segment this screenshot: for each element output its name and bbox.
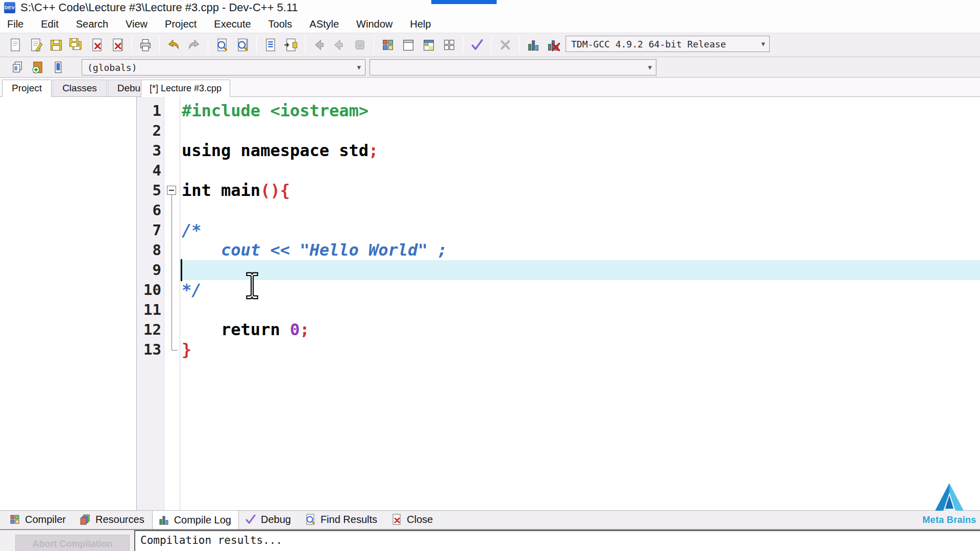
line-number: 10 [137,280,164,300]
redo-button[interactable] [184,35,204,55]
code-line-4[interactable]: 4 [137,161,980,181]
new-file-button[interactable] [5,35,26,55]
menu-window[interactable]: Window [356,17,401,31]
toolbar-separator [491,36,492,54]
goto-bookmark-button[interactable] [48,57,68,78]
toolbar-separator [305,36,305,54]
code-token: using namespace std [182,141,369,160]
fold-margin [164,220,180,240]
fold-margin [164,300,180,320]
abort-button[interactable] [495,35,516,55]
print-button[interactable] [135,35,156,55]
menu-help[interactable]: Help [410,17,439,31]
bottom-tab-compile-log[interactable]: Compile Log [152,510,239,530]
forward-icon [332,38,347,52]
code-line-8[interactable]: 8 cout << "Hello World" ; [137,240,980,260]
line-number: 4 [137,161,164,181]
code-line-2[interactable]: 2 [137,121,980,141]
menu-view[interactable]: View [126,17,156,31]
undo-button[interactable] [163,35,184,55]
main-toolbar [0,33,980,57]
code-line-3[interactable]: 3using namespace std; [137,141,980,161]
code-line-10[interactable]: 10*/ [137,280,980,300]
chevron-down-icon: ▾ [357,63,361,72]
code-token: } [182,340,191,359]
code-line-5[interactable]: 5int main(){ [137,181,980,201]
menu-search[interactable]: Search [76,17,116,31]
code-editor[interactable]: 1#include <iostream>23using namespace st… [137,96,980,510]
code-line-13[interactable]: 13} [137,340,980,360]
code-text: int main(){ [180,181,980,201]
delete-profiling-icon [547,38,561,52]
rebuild-button[interactable] [439,35,459,55]
delete-profiling-button[interactable] [544,35,564,55]
abort-compilation-button[interactable]: Abort Compilation [15,535,130,551]
line-number: 1 [137,101,164,121]
goto-line-button[interactable] [260,35,281,55]
nav-stop-button[interactable] [350,35,370,55]
code-line-7[interactable]: 7/* [137,220,980,240]
syntax-check-icon [244,513,257,525]
line-number: 8 [137,240,164,260]
run-button[interactable] [398,35,419,55]
fold-margin [164,201,180,220]
menu-astyle[interactable]: AStyle [309,17,347,31]
tab-lecture3-cpp[interactable]: [*] Lecture #3.cpp [141,80,230,97]
fold-toggle-icon[interactable] [167,186,176,195]
bottom-tab-compiler[interactable]: Compiler [3,510,74,529]
save-icon [49,38,63,52]
compile-log-output: Compilation results... [134,530,980,551]
add-bookmark-button[interactable] [28,57,48,78]
watermark: Meta Brains [919,482,980,533]
add-bookmark-icon [31,60,45,74]
compile-run-button[interactable] [419,35,439,55]
bottom-tab-label: Resources [95,514,144,525]
meta-brains-logo-icon [930,482,969,514]
left-panel-tabs: ProjectClassesDebug [2,80,157,97]
toggle-bookmark-button[interactable] [281,35,301,55]
code-text [180,260,980,280]
menu-file[interactable]: File [7,17,32,31]
save-button[interactable] [46,35,66,55]
back-button[interactable] [309,35,329,55]
menu-tools[interactable]: Tools [268,17,301,31]
replace-button[interactable] [232,35,253,55]
menu-project[interactable]: Project [165,17,205,31]
bottom-tab-resources[interactable]: Resources [74,510,152,529]
code-line-9[interactable]: 9 [137,260,980,280]
open-file-button[interactable] [26,35,46,55]
globals-select[interactable]: (globals) ▾ [82,59,365,76]
sidebar-tab-classes[interactable]: Classes [53,80,107,97]
members-select[interactable]: ▾ [370,59,656,76]
compile-button[interactable] [378,35,398,55]
project-browser-panel[interactable] [0,96,137,510]
menu-execute[interactable]: Execute [214,17,259,31]
insert-snippet-button[interactable] [7,57,28,78]
save-all-button[interactable] [66,35,87,55]
fold-margin [164,161,180,181]
fold-line-end [172,350,178,350]
sidebar-tab-project[interactable]: Project [2,80,52,97]
compiler-profile-select[interactable]: TDM-GCC 4.9.2 64-bit Release ▾ [566,36,770,52]
profile-button[interactable] [523,35,544,55]
fold-margin [164,320,180,340]
code-line-6[interactable]: 6 [137,201,980,220]
menu-edit[interactable]: Edit [41,17,66,31]
bottom-tab-find-results[interactable]: Find Results [299,510,385,529]
globals-value: (globals) [87,62,137,73]
find-button[interactable] [212,35,232,55]
compile-icon [381,38,395,52]
redo-icon [187,38,201,52]
toolbar-separator [519,36,520,54]
forward-button[interactable] [329,35,350,55]
code-line-11[interactable]: 11 [137,300,980,320]
bottom-tab-debug[interactable]: Debug [239,510,299,529]
save-all-icon [69,38,84,52]
code-line-1[interactable]: 1#include <iostream> [137,101,980,121]
code-line-12[interactable]: 12 return 0; [137,320,980,340]
bottom-tab-close[interactable]: Close [385,510,440,529]
close-all-button[interactable] [107,35,128,55]
find-icon [304,513,316,525]
syntax-check-button[interactable] [467,35,487,55]
close-file-button[interactable] [87,35,107,55]
